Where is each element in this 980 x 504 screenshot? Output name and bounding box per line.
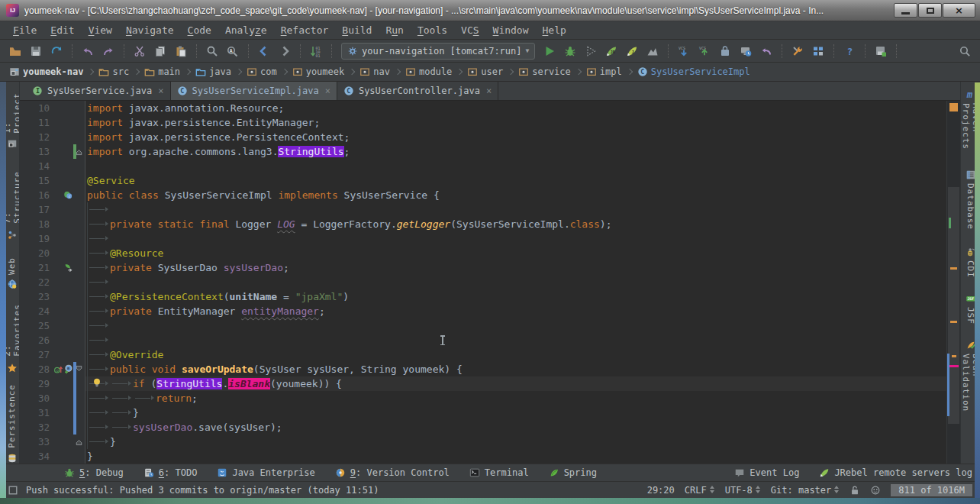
sidebar-item-persistence[interactable]: Persistence	[7, 384, 17, 448]
code-line[interactable]: }	[85, 435, 946, 449]
breadcrumb-item-nav[interactable]: nav	[356, 66, 393, 77]
breadcrumb-item-impl[interactable]: impl	[583, 66, 625, 77]
highlighting-level-icon[interactable]	[870, 485, 881, 496]
toolwindow-button-java-enterprise[interactable]: Java Enterprise	[217, 467, 314, 478]
debug-button[interactable]	[561, 42, 579, 60]
menu-item-view[interactable]: View	[82, 23, 119, 37]
web-tool-icon[interactable]	[7, 279, 18, 289]
line-separator-selector[interactable]: CRLF	[685, 485, 715, 496]
toolwindow-button-6--todo[interactable]: 6: TODO	[143, 467, 198, 478]
code-line[interactable]: import org.apache.commons.lang3.StringUt…	[85, 144, 946, 159]
breadcrumb-item-sysuserserviceimpl[interactable]: CSysUserServiceImpl	[634, 66, 753, 77]
code-line[interactable]: }	[85, 405, 946, 420]
code-line[interactable]	[85, 275, 946, 289]
shelve-button[interactable]	[716, 42, 734, 60]
tool-window-toggle-icon[interactable]	[8, 485, 18, 496]
code-line[interactable]	[85, 318, 946, 333]
find-button[interactable]	[203, 42, 221, 60]
code-line[interactable]: if (StringUtils.isBlank(youmeek)) {	[85, 376, 946, 391]
menu-item-run[interactable]: Run	[379, 23, 410, 37]
code-line[interactable]: }	[85, 449, 946, 464]
toolwindow-button-jrebel-remote-servers-log[interactable]: JRebel remote servers log	[819, 467, 972, 478]
toolwindow-button-5--debug[interactable]: 5: Debug	[64, 467, 124, 478]
menu-item-window[interactable]: Window	[486, 23, 536, 37]
breadcrumb-item-youmeek-nav[interactable]: youmeek-nav	[6, 66, 86, 77]
menu-item-edit[interactable]: Edit	[44, 23, 81, 37]
menu-item-tools[interactable]: Tools	[411, 23, 454, 37]
back-button[interactable]	[255, 42, 273, 60]
menu-item-refactor[interactable]: Refactor	[274, 23, 336, 37]
code-line[interactable]	[85, 333, 946, 347]
maximize-button[interactable]	[918, 3, 942, 18]
close-icon[interactable]: ×	[486, 86, 492, 96]
menu-item-help[interactable]: Help	[536, 23, 573, 37]
code-line[interactable]: public void saveOrUpdate(SysUser sysUser…	[85, 362, 946, 376]
run-configuration-select[interactable]: your-navigation [tomcat7:run]▼	[341, 43, 535, 60]
breadcrumb-item-youmeek[interactable]: youmeek	[289, 66, 348, 77]
breadcrumb-item-user[interactable]: user	[464, 66, 506, 77]
toolwindow-button-9--version-control[interactable]: 9: Version Control	[335, 467, 450, 478]
code-line[interactable]	[85, 202, 946, 217]
breadcrumb-item-service[interactable]: service	[515, 66, 574, 77]
structure-tool-icon[interactable]	[7, 230, 18, 241]
breadcrumb-item-src[interactable]: src	[95, 66, 132, 77]
code-line[interactable]: return;	[85, 391, 946, 405]
profile-button[interactable]	[643, 42, 662, 60]
tab-SysUserServiceImpl.java[interactable]: CSysUserServiceImpl.java×	[171, 82, 337, 100]
sync-button[interactable]	[47, 42, 66, 60]
code-line[interactable]: sysUserDao.save(sysUser);	[85, 420, 946, 435]
code-line[interactable]: public class SysUserServiceImpl implemen…	[85, 188, 946, 202]
paste-button[interactable]	[172, 42, 190, 60]
help-button[interactable]: ?	[840, 42, 859, 60]
menu-item-file[interactable]: File	[6, 23, 44, 37]
code-line[interactable]: import javax.persistence.PersistenceCont…	[85, 130, 946, 144]
toolwindow-button-event-log[interactable]: Event Log	[734, 467, 799, 478]
minimize-button[interactable]	[894, 3, 917, 18]
rollback-button[interactable]	[757, 42, 775, 60]
copy-button[interactable]	[151, 42, 169, 60]
bean-arrow-icon[interactable]	[63, 263, 73, 273]
close-button[interactable]: ×	[943, 3, 975, 18]
breadcrumb-item-module[interactable]: module	[402, 66, 455, 77]
changes-button[interactable]	[737, 42, 755, 60]
replace-button[interactable]: A	[224, 42, 242, 60]
memory-indicator[interactable]: 811 of 1016M	[891, 484, 972, 496]
git-branch-selector[interactable]: Git: master	[771, 485, 840, 496]
tab-SysUserController.java[interactable]: CSysUserController.java×	[337, 82, 498, 100]
implements-icon[interactable]: c	[63, 190, 73, 200]
menu-item-analyze[interactable]: Analyze	[218, 23, 274, 37]
code-line[interactable]	[85, 159, 946, 173]
caret-position[interactable]: 29:20	[647, 485, 675, 496]
error-stripe-scrollbar[interactable]	[946, 101, 960, 464]
coverage-button[interactable]	[582, 42, 600, 60]
code-line[interactable]: private SysUserDao sysUserDao;	[85, 260, 946, 275]
code-line[interactable]: import javax.annotation.Resource;	[85, 101, 946, 115]
star-icon[interactable]	[7, 363, 18, 373]
code-line[interactable]: import javax.persistence.EntityManager;	[85, 115, 946, 130]
cut-button[interactable]	[131, 42, 149, 60]
toolwindow-button-spring[interactable]: Spring	[549, 467, 597, 478]
code-line[interactable]	[85, 231, 946, 246]
encoding-selector[interactable]: UTF-8	[725, 485, 761, 496]
vcs-up-button[interactable]: VCS	[695, 42, 714, 60]
menu-item-code[interactable]: Code	[181, 23, 218, 37]
project-structure-button[interactable]	[809, 42, 827, 60]
jrebel-run-button[interactable]: JR	[602, 42, 621, 60]
code-line[interactable]: @PersistenceContext(unitName = "jpaXml")	[85, 289, 946, 304]
override-icon[interactable]: o	[53, 364, 63, 374]
run-button[interactable]	[540, 42, 559, 60]
sidebar-item-web[interactable]: Web	[7, 257, 17, 275]
jrebel-debug-button[interactable]: J	[623, 42, 641, 60]
close-icon[interactable]: ×	[325, 86, 330, 96]
toolwindow-button-terminal[interactable]: Terminal	[469, 467, 529, 478]
code-line[interactable]: @Override	[85, 347, 946, 362]
breadcrumb-item-com[interactable]: com	[243, 66, 280, 77]
menu-item-vcs[interactable]: VCS	[454, 23, 485, 37]
bulb-icon[interactable]	[92, 377, 102, 388]
forward-button[interactable]	[276, 42, 294, 60]
project-tool-icon[interactable]	[7, 138, 18, 149]
redo-button[interactable]	[99, 42, 118, 60]
vcs-down-button[interactable]: VCS	[675, 42, 693, 60]
code-line[interactable]: @Service	[85, 173, 946, 188]
menu-item-build[interactable]: Build	[335, 23, 379, 37]
